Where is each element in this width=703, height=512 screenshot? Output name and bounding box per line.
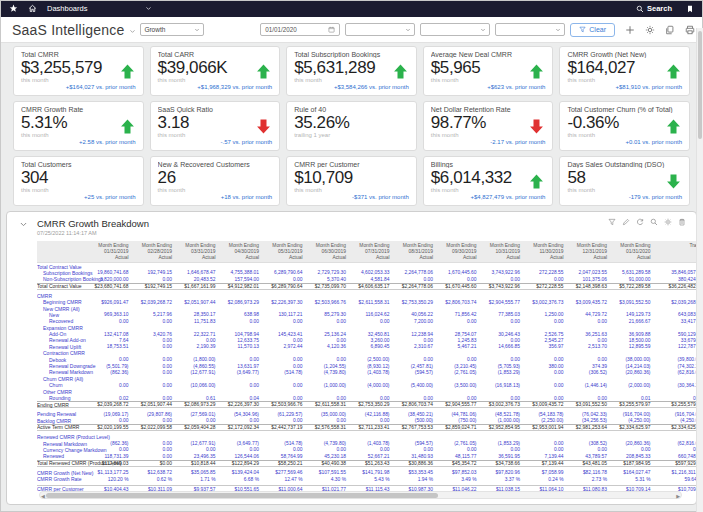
table-column-header[interactable]: Month Ending08/31/2019Actual bbox=[394, 241, 438, 262]
table-column-header[interactable]: Month Ending05/31/2019Actual bbox=[263, 241, 307, 262]
row-label-link[interactable]: Contraction CMRR bbox=[37, 350, 89, 356]
clear-filters-button[interactable]: Clear bbox=[570, 23, 615, 37]
filter-select-1[interactable] bbox=[345, 23, 415, 36]
table-column-header[interactable]: Month Ending01/31/2020Actual bbox=[611, 241, 655, 262]
row-label-link[interactable]: Renewal Downgrade bbox=[37, 363, 89, 369]
kpi-card[interactable]: SaaS Quick Ratio3.18this month-.57 vs. p… bbox=[150, 101, 281, 151]
date-input[interactable]: 01/01/2020 bbox=[260, 23, 340, 36]
table-row: Non-Subscription Bookings3,820,000.000.0… bbox=[37, 276, 697, 282]
row-label-link[interactable]: Rounding bbox=[37, 395, 89, 401]
filter-icon[interactable] bbox=[608, 218, 616, 226]
kpi-card[interactable]: CMRR Growth Rate5.31%this month+2.58 vs.… bbox=[13, 101, 144, 151]
table-column-header[interactable]: Month Ending03/31/2019Actual bbox=[176, 241, 220, 262]
row-label-link[interactable]: New CMRR (All) bbox=[37, 306, 89, 312]
row-label-link[interactable]: New bbox=[37, 312, 89, 318]
table-column-header[interactable]: Month Ending02/28/2019Actual bbox=[133, 241, 177, 262]
add-icon[interactable] bbox=[625, 25, 635, 35]
edit-pencil-icon[interactable] bbox=[622, 218, 630, 226]
filter-select-3[interactable] bbox=[495, 23, 565, 36]
filter-select-2[interactable] bbox=[420, 23, 490, 36]
table-column-header[interactable]: Month Ending09/30/2019Actual bbox=[437, 241, 481, 262]
copy-icon[interactable] bbox=[665, 25, 675, 35]
table-column-header[interactable]: Month Ending07/31/2019Actual bbox=[350, 241, 394, 262]
table-column-header[interactable]: Month Ending10/31/2019Actual bbox=[481, 241, 525, 262]
collapse-chevron-icon[interactable] bbox=[19, 220, 28, 229]
table-cell: 0.00 bbox=[133, 383, 177, 388]
row-label-link[interactable]: CMRR per Customer bbox=[37, 486, 89, 492]
row-label-link[interactable]: Expansion CMRR bbox=[37, 325, 89, 331]
row-label-link[interactable]: Renewed bbox=[37, 453, 89, 459]
view-select[interactable]: Growth bbox=[140, 23, 204, 36]
table-row: Renewal Uplift18,753.510.002,190.3911,57… bbox=[37, 344, 697, 350]
scroll-right-arrow[interactable]: ▶ bbox=[676, 493, 680, 499]
kpi-card[interactable]: Total Customers304this month+25 vs. prio… bbox=[13, 156, 144, 206]
kpi-delta: +$164,027 vs. prior month bbox=[21, 84, 136, 90]
row-label-link[interactable]: Other CMRR bbox=[37, 389, 89, 395]
row-label-link[interactable]: Churn bbox=[37, 382, 89, 388]
vertical-scrollbar-thumb[interactable] bbox=[698, 31, 702, 139]
title-chevron-icon[interactable] bbox=[129, 28, 136, 35]
table-column-header[interactable]: Month Ending04/30/2019Actual bbox=[220, 241, 264, 262]
table-cell: $1,667,161.99 bbox=[176, 284, 220, 289]
table-cell: $1,113,177.25 bbox=[89, 470, 133, 475]
row-label-link[interactable]: Debook bbox=[37, 357, 89, 363]
row-label-link[interactable]: Recovered bbox=[37, 318, 89, 324]
home-icon[interactable] bbox=[28, 4, 37, 13]
row-label-link[interactable]: Backlog CMRR bbox=[37, 418, 89, 424]
kpi-card[interactable]: Billings$6,014,332this month+$4,827,479 … bbox=[423, 156, 554, 206]
kpi-card[interactable]: Total Customer Churn (% of Total)-0.36%t… bbox=[559, 101, 690, 151]
table-cell: $34,738.66 bbox=[481, 461, 525, 466]
table-cell: 0.00 bbox=[350, 396, 394, 401]
row-label-link[interactable]: Currency Change Markdown bbox=[37, 447, 89, 453]
table-column-header[interactable]: Month Ending06/30/2019Actual bbox=[307, 241, 351, 262]
gear-icon[interactable] bbox=[664, 218, 672, 226]
trash-icon[interactable] bbox=[678, 218, 686, 226]
scroll-left-arrow[interactable]: ◀ bbox=[41, 493, 45, 499]
row-label-link[interactable]: CMRR Growth Rate bbox=[37, 476, 89, 482]
row-label-link[interactable]: Non-Subscription Bookings bbox=[37, 276, 89, 282]
row-label-link[interactable]: Add-On bbox=[37, 331, 89, 337]
favorite-star-icon[interactable] bbox=[9, 4, 18, 13]
kpi-card[interactable]: Total CMRR$3,255,579this month+$164,027 … bbox=[13, 46, 144, 96]
row-label-link[interactable]: Renewal Markdown bbox=[37, 441, 89, 447]
vertical-scrollbar[interactable] bbox=[696, 28, 703, 512]
row-label-link[interactable]: Renewal Markdown bbox=[37, 369, 89, 375]
row-label-link[interactable]: Renewal Add-on bbox=[37, 337, 89, 343]
table-column-header[interactable]: Month Ending12/31/2019Actual bbox=[568, 241, 612, 262]
bookmark-icon[interactable] bbox=[686, 4, 694, 14]
table-column-header[interactable]: Month Ending01/31/2019Actual bbox=[89, 241, 133, 262]
table-cell: (2,250.00) bbox=[524, 418, 568, 423]
kpi-card[interactable]: Days Sales Outstanding (DSO)58this month… bbox=[559, 156, 690, 206]
row-label-link[interactable]: CMRR bbox=[37, 293, 89, 299]
row-label-link[interactable]: Pending Renewal bbox=[37, 411, 89, 417]
scrollbar-thumb[interactable] bbox=[46, 493, 438, 498]
dashboards-menu[interactable]: Dashboards bbox=[47, 4, 152, 13]
row-label-link[interactable]: Subscription Bookings bbox=[37, 270, 89, 276]
search-icon[interactable] bbox=[650, 218, 658, 226]
gear-icon[interactable] bbox=[645, 25, 655, 35]
kpi-card[interactable]: Total CARR$39,066Kthis month+$1,968,329 … bbox=[150, 46, 281, 96]
row-label-link[interactable]: Renewed CMRR (Product Level) bbox=[37, 434, 89, 440]
table-column-header-trailing[interactable]: Trailing 1 Year Actual bbox=[655, 241, 698, 262]
refresh-icon[interactable] bbox=[636, 218, 644, 226]
table-column-header[interactable]: Month Ending11/30/2019Actual bbox=[524, 241, 568, 262]
row-label-link[interactable]: Beginning CMRR bbox=[37, 299, 89, 305]
kpi-card[interactable]: Rule of 4035.26%trailing 1 year bbox=[286, 101, 417, 151]
table-cell: (5,705.93) bbox=[481, 364, 525, 369]
search-button[interactable]: Search bbox=[636, 4, 672, 13]
table-cell: $2,442,737.19 bbox=[263, 425, 307, 430]
row-label-link[interactable]: Total Contract Value bbox=[37, 264, 89, 270]
kpi-card[interactable]: Average New Deal CMRR$5,965this month+$6… bbox=[423, 46, 554, 96]
row-label-link[interactable]: Churn CMRR (All) bbox=[37, 376, 89, 382]
kpi-card[interactable]: New & Recovered Customers26this month+18… bbox=[150, 156, 281, 206]
kpi-card[interactable]: CMRR Growth (Net New)$164,027this month+… bbox=[559, 46, 690, 96]
table-cell: (42,116.88) bbox=[350, 412, 394, 417]
table-row: Backlog CMRR0.000.000.000.000.000.000.00… bbox=[37, 418, 697, 424]
row-label-link[interactable]: Renewal Uplift bbox=[37, 344, 89, 350]
row-label-link[interactable]: CMRR Growth (Net New) bbox=[37, 470, 89, 476]
kpi-card[interactable]: Net Dollar Retention Rate98.77%this mont… bbox=[423, 101, 554, 151]
kpi-card[interactable]: CMRR per Customer$10,709this month-$371 … bbox=[286, 156, 417, 206]
horizontal-scrollbar[interactable]: ◀ ▶ bbox=[39, 491, 682, 499]
printer-icon[interactable] bbox=[685, 25, 695, 35]
kpi-card[interactable]: Total Subscription Bookings$5,631,289thi… bbox=[286, 46, 417, 96]
